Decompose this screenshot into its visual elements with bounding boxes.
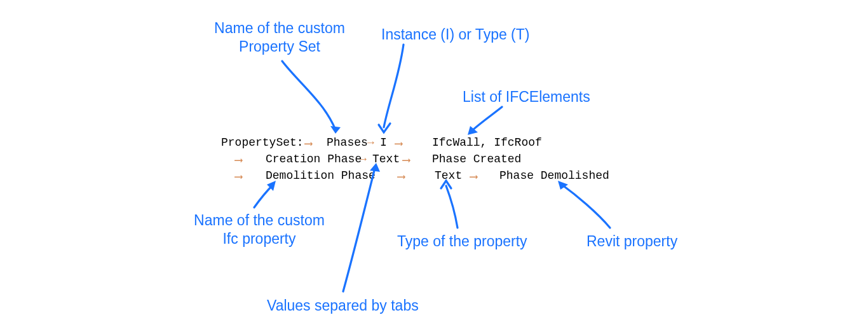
tab-arrow-icon: → <box>360 153 367 165</box>
tab-arrow-icon: ⟶ <box>398 169 405 183</box>
tab-arrow-icon: ⟶ <box>305 136 312 150</box>
tab-arrow-icon: ⟶ <box>235 153 242 167</box>
code-row-value: Phase Demolished <box>499 169 609 182</box>
code-row-name: Creation Phase <box>266 153 362 165</box>
annotation-tabs: Values separed by tabs <box>267 297 419 315</box>
code-ifc-elements: IfcWall, IfcRoof <box>432 136 542 149</box>
code-row-type: Text <box>435 169 462 182</box>
tab-arrow-icon: ⟶ <box>235 169 242 183</box>
annotation-pset-name: Name of the custom Property Set <box>197 19 362 56</box>
annotation-prop-type: Type of the property <box>397 232 527 251</box>
svg-marker-0 <box>330 126 341 134</box>
code-row-value: Phase Created <box>432 153 521 165</box>
svg-marker-4 <box>558 181 568 190</box>
annotation-revit-prop: Revit property <box>587 232 677 251</box>
annotation-ifc-property: Name of the custom Ifc property <box>183 211 336 248</box>
svg-marker-1 <box>468 126 478 135</box>
diagram-stage: Name of the custom Property Set Instance… <box>0 0 868 329</box>
code-pset-name: Phases <box>327 136 368 149</box>
tab-arrow-icon: ⟶ <box>470 169 477 183</box>
annotation-instance-or-type: Instance (I) or Type (T) <box>381 25 529 44</box>
tab-arrow-icon: → <box>367 136 374 149</box>
code-row-name: Demolition Phase <box>266 169 376 182</box>
code-row-type: Text <box>372 153 400 165</box>
tab-arrow-icon: ⟶ <box>395 136 402 150</box>
tab-arrow-icon: ⟶ <box>403 153 410 167</box>
code-propertyset-label: PropertySet: <box>221 136 304 149</box>
svg-marker-2 <box>267 181 276 191</box>
code-instance-flag: I <box>380 136 387 149</box>
annotation-ifc-elements: List of IFCElements <box>463 88 590 106</box>
